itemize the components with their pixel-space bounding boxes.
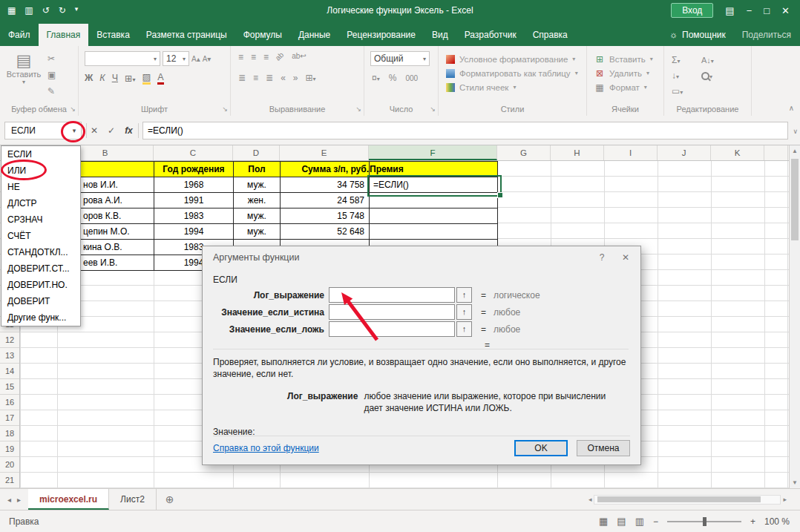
clipboard-dialog-launcher-icon[interactable]: ↘ [70,105,76,113]
insert-function-icon[interactable]: fx [125,125,133,136]
cells-item-2[interactable]: ▦Формат▾ [587,80,663,94]
fill-icon[interactable]: ↓▾ [672,70,701,81]
cell-D5[interactable]: муж. [233,223,281,240]
orientation-icon[interactable]: ab [274,50,287,64]
increase-indent-icon[interactable]: » [293,73,298,83]
ribbon-display-options-icon[interactable]: ▤ [725,5,734,16]
cell-C1[interactable]: Год рождения [154,161,234,177]
assistant-button[interactable]: ☼ Помощник [662,24,733,46]
number-dialog-launcher-icon[interactable]: ↘ [430,105,436,113]
redo-icon[interactable]: ↻ [59,5,66,16]
ribbon-tab-рецензирование[interactable]: Рецензирование [338,24,424,46]
name-dropdown-item-6[interactable]: СТАНДОТКЛ... [1,244,80,260]
close-button[interactable]: ✕ [781,5,790,16]
sheet-tab-microexcel.ru[interactable]: microexcel.ru [28,489,109,510]
row-header-12[interactable]: 12 [0,332,19,348]
name-dropdown-item-5[interactable]: СЧЁТ [1,228,80,244]
name-dropdown-item-10[interactable]: Другие функ... [1,309,80,326]
cell-D1[interactable]: Пол [233,161,281,177]
formula-input[interactable]: =ЕСЛИ() [142,122,788,139]
sheet-tab-Лист2[interactable]: Лист2 [109,489,157,510]
cell-E1[interactable]: Сумма з/п, руб. [280,161,370,177]
name-dropdown-item-1[interactable]: ИЛИ [1,162,80,179]
align-middle-icon[interactable]: ≡ [251,52,256,62]
vertical-scroll-thumb[interactable] [791,159,799,240]
column-header-G[interactable]: G [497,145,551,160]
ribbon-tab-справка[interactable]: Справка [525,24,576,46]
name-box-dropdown-icon[interactable]: ▾ [68,127,81,134]
font-name-combo[interactable]: ▾ [85,51,160,66]
column-header-E[interactable]: E [280,145,369,160]
column-header-C[interactable]: C [154,145,233,160]
cell-D3[interactable]: жен. [233,192,281,208]
dialog-title[interactable]: Аргументы функции [203,246,640,269]
arg-input-1[interactable] [329,304,455,320]
italic-button[interactable]: К [99,73,105,83]
name-dropdown-item-9[interactable]: ДОВЕРИТ [1,293,80,309]
cell-F1[interactable]: Премия [369,161,498,177]
accounting-format-icon[interactable]: ¤▾ [372,73,380,83]
cell-C3[interactable]: 1991 [154,192,234,208]
horizontal-scroll-thumb[interactable] [597,496,761,502]
arg-input-2[interactable] [329,321,455,337]
name-dropdown-item-2[interactable]: НЕ [1,179,80,195]
zoom-slider-thumb[interactable] [703,517,706,526]
row-header-14[interactable]: 14 [0,364,19,379]
column-header-blank[interactable] [764,145,788,160]
undo-icon[interactable]: ↺ [42,5,50,16]
cell-D4[interactable]: муж. [233,208,281,224]
vertical-scrollbar[interactable]: ▲ ▼ [789,145,800,488]
styles-item-2[interactable]: Стили ячеек▾ [439,80,586,94]
cell-E3[interactable]: 24 587 [280,192,370,208]
ribbon-tab-вставка[interactable]: Вставка [88,24,138,46]
sign-in-button[interactable]: Вход [671,3,713,18]
autosum-icon[interactable]: Σ▾ [672,55,701,65]
cell-F5[interactable] [369,223,498,240]
row-header-13[interactable]: 13 [0,348,19,364]
cell-D2[interactable]: муж. [233,177,281,193]
paste-button[interactable]: ▤ Вставить ▾ [6,52,42,85]
prev-sheet-icon[interactable]: ◂ [7,496,11,504]
name-dropdown-item-3[interactable]: ДЛСТР [1,195,80,211]
cell-C2[interactable]: 1968 [154,177,234,193]
column-header-F[interactable]: F [369,145,497,160]
name-dropdown-item-4[interactable]: СРЗНАЧ [1,211,80,228]
ribbon-tab-данные[interactable]: Данные [290,24,338,46]
cells-item-0[interactable]: ⊞Вставить▾ [587,52,663,66]
sort-filter-icon[interactable]: А↓▾ [701,56,734,65]
comma-style-button[interactable]: 000 [405,74,418,82]
cell-C4[interactable]: 1983 [154,208,234,224]
alignment-dialog-launcher-icon[interactable]: ↘ [355,105,361,113]
styles-item-0[interactable]: Условное форматирование▾ [439,52,586,66]
name-dropdown-item-8[interactable]: ДОВЕРИТ.НО. [1,277,80,293]
row-header-17[interactable]: 17 [0,410,19,426]
zoom-level[interactable]: 100 % [764,516,790,527]
ribbon-tab-файл[interactable]: Файл [0,24,39,46]
fill-color-icon[interactable]: ▨ [142,71,151,85]
number-format-combo[interactable]: Общий▾ [370,51,430,66]
collapse-dialog-icon[interactable]: ↑ [456,304,472,320]
row-header-21[interactable]: 21 [0,473,19,488]
arg-input-0[interactable] [329,287,455,303]
collapse-ribbon-icon[interactable]: ∧ [789,104,794,112]
horizontal-scrollbar[interactable]: ◂ ▸ [588,495,787,505]
normal-view-icon[interactable]: ▦ [599,516,608,527]
cancel-formula-icon[interactable]: ✕ [91,125,98,136]
zoom-out-icon[interactable]: − [653,516,658,527]
row-header-16[interactable]: 16 [0,395,19,410]
share-button[interactable]: Поделиться [733,24,800,46]
excel-app-icon[interactable]: ▦ [7,5,16,16]
scroll-up-icon[interactable]: ▲ [790,148,800,154]
cell-F3[interactable] [369,192,498,208]
maximize-button[interactable]: □ [764,5,770,16]
collapse-dialog-icon[interactable]: ↑ [456,321,472,337]
customize-qat-icon[interactable]: ▾ [75,5,79,16]
column-header-K[interactable]: K [711,145,764,160]
align-center-icon[interactable]: ≡ [253,73,258,83]
borders-icon[interactable]: ⊞▾ [125,73,136,84]
scroll-left-icon[interactable]: ◂ [588,496,592,503]
align-right-icon[interactable]: ≣ [266,73,273,83]
column-header-I[interactable]: I [604,145,658,160]
page-break-view-icon[interactable]: ▥ [635,516,644,527]
ribbon-tab-формулы[interactable]: Формулы [235,24,290,46]
